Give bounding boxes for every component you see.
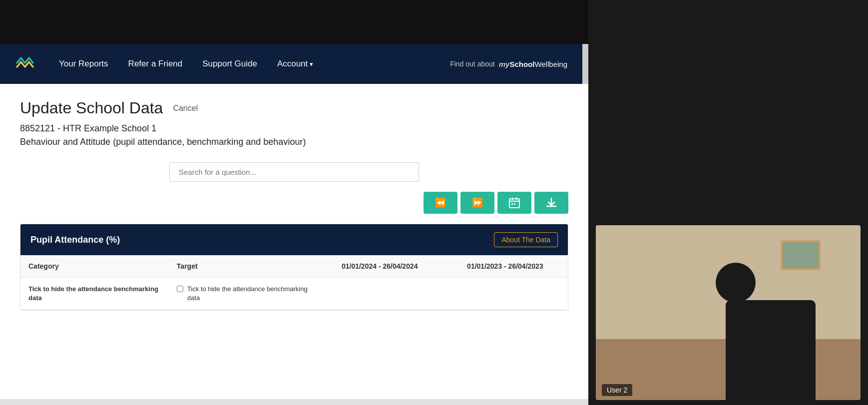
- nav-support-guide[interactable]: Support Guide: [202, 59, 257, 69]
- table-row: Tick to hide the attendance benchmarking…: [20, 278, 568, 310]
- cancel-button[interactable]: Cancel: [173, 104, 198, 113]
- video-user-label: User 2: [602, 384, 632, 396]
- svg-rect-5: [514, 203, 515, 205]
- video-panel: User 2: [588, 0, 868, 405]
- find-out-label: Find out about: [450, 60, 495, 68]
- nav-scrollbar[interactable]: [582, 44, 588, 84]
- person-body: [726, 300, 816, 400]
- col-header-category: Category: [20, 255, 169, 278]
- bottom-scrollbar[interactable]: [0, 399, 588, 405]
- data-section: Pupil Attendance (%) About The Data Cate…: [20, 224, 568, 311]
- nav-account[interactable]: Account: [277, 59, 313, 69]
- person-head: [716, 263, 756, 303]
- video-room: [596, 225, 861, 400]
- section-header: Pupil Attendance (%) About The Data: [20, 224, 568, 255]
- search-input[interactable]: [169, 162, 419, 182]
- page-title: Update School Data: [20, 99, 163, 117]
- calendar-button[interactable]: [497, 192, 531, 214]
- search-container: [20, 162, 568, 182]
- video-container: User 2: [596, 225, 861, 400]
- download-button[interactable]: [534, 192, 568, 214]
- col-header-date2: 01/01/2023 - 26/04/2023: [442, 255, 568, 278]
- table-header-row: Category Target 01/01/2024 - 26/04/2024 …: [20, 255, 568, 278]
- data-table: Category Target 01/01/2024 - 26/04/2024 …: [20, 255, 568, 310]
- page-header: Update School Data Cancel: [20, 99, 568, 117]
- fastforward-button[interactable]: ⏩: [460, 192, 494, 214]
- nav-refer-friend[interactable]: Refer a Friend: [128, 59, 183, 69]
- action-buttons: ⏪ ⏩: [20, 192, 568, 214]
- col-header-target: Target: [169, 255, 317, 278]
- checkbox-row: Tick to hide the attendance benchmarking…: [177, 285, 309, 303]
- top-bar: [0, 0, 588, 44]
- room-picture: [781, 240, 821, 270]
- row-label: Tick to hide the attendance benchmarking…: [28, 285, 158, 302]
- col-header-date1: 01/01/2024 - 26/04/2024: [317, 255, 442, 278]
- nav-links: Your Reports Refer a Friend Support Guid…: [59, 59, 450, 69]
- nav-right: Find out about mySchoolWellbeing: [450, 60, 567, 68]
- msw-brand[interactable]: mySchoolWellbeing: [499, 60, 567, 68]
- checkbox-label: Tick to hide the attendance benchmarking…: [187, 285, 309, 303]
- nav-your-reports[interactable]: Your Reports: [59, 59, 108, 69]
- section-title: Pupil Attendance (%): [30, 235, 120, 245]
- school-info: 8852121 - HTR Example School 1: [20, 123, 568, 134]
- logo[interactable]: [15, 51, 39, 77]
- about-data-button[interactable]: About The Data: [494, 232, 558, 247]
- hide-attendance-checkbox[interactable]: [177, 286, 183, 292]
- person-silhouette: [721, 270, 821, 400]
- main-nav: Your Reports Refer a Friend Support Guid…: [0, 44, 582, 84]
- rewind-button[interactable]: ⏪: [424, 192, 457, 214]
- main-content: Update School Data Cancel 8852121 - HTR …: [0, 84, 588, 399]
- category-info: Behaviour and Attitude (pupil attendance…: [20, 137, 568, 147]
- svg-rect-4: [511, 203, 513, 205]
